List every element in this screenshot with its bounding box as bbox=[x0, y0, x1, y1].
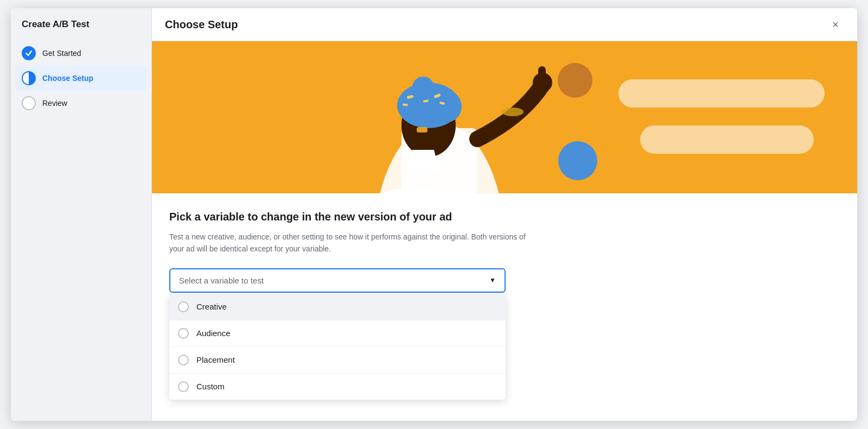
hero-banner bbox=[152, 41, 857, 193]
dropdown-label-creative: Creative bbox=[196, 302, 227, 311]
hero-illustration bbox=[152, 41, 857, 193]
modal-title: Choose Setup bbox=[165, 18, 238, 31]
dropdown-option-custom[interactable]: Custom bbox=[169, 374, 506, 400]
step-icon-pending bbox=[22, 96, 36, 110]
section-desc: Test a new creative, audience, or other … bbox=[169, 231, 538, 255]
sidebar-item-label-choose-setup: Choose Setup bbox=[42, 74, 93, 83]
sidebar: Create A/B Test Get Started Choose Setup… bbox=[11, 8, 152, 421]
svg-point-17 bbox=[558, 141, 597, 180]
sidebar-item-get-started[interactable]: Get Started bbox=[11, 41, 151, 66]
svg-rect-14 bbox=[538, 66, 546, 87]
svg-rect-12 bbox=[417, 127, 427, 133]
svg-point-15 bbox=[502, 108, 524, 116]
step-icon-current bbox=[22, 71, 36, 85]
radio-placement[interactable] bbox=[178, 355, 189, 365]
dropdown-option-audience[interactable]: Audience bbox=[169, 320, 506, 347]
radio-audience[interactable] bbox=[178, 328, 189, 339]
sidebar-item-label-review: Review bbox=[42, 99, 67, 108]
dropdown-container: Select a variable to test ▼ Creative Aud… bbox=[169, 268, 506, 293]
main-content: Choose Setup × bbox=[152, 8, 857, 421]
dropdown-menu: Creative Audience Placement Custom bbox=[169, 294, 506, 400]
radio-creative[interactable] bbox=[178, 301, 189, 312]
checkmark-icon bbox=[25, 49, 33, 57]
dropdown-label-audience: Audience bbox=[196, 329, 231, 338]
dropdown-option-creative[interactable]: Creative bbox=[169, 294, 506, 320]
radio-custom[interactable] bbox=[178, 381, 189, 392]
close-button[interactable]: × bbox=[827, 16, 844, 33]
dropdown-option-placement[interactable]: Placement bbox=[169, 347, 506, 374]
sidebar-item-review[interactable]: Review bbox=[11, 91, 151, 116]
modal: Create A/B Test Get Started Choose Setup… bbox=[11, 8, 857, 421]
svg-point-11 bbox=[412, 77, 434, 98]
content-area: Pick a variable to change in the new ver… bbox=[152, 193, 857, 421]
sidebar-title: Create A/B Test bbox=[11, 19, 151, 41]
step-icon-done bbox=[22, 46, 36, 60]
modal-header: Choose Setup × bbox=[152, 8, 857, 41]
dropdown-placeholder: Select a variable to test bbox=[179, 276, 264, 285]
variable-dropdown[interactable]: Select a variable to test ▼ bbox=[169, 268, 506, 293]
dropdown-label-custom: Custom bbox=[196, 382, 225, 391]
sidebar-item-choose-setup[interactable]: Choose Setup bbox=[15, 66, 147, 91]
svg-point-16 bbox=[558, 63, 592, 98]
sidebar-item-label-get-started: Get Started bbox=[42, 49, 81, 58]
dropdown-label-placement: Placement bbox=[196, 355, 235, 364]
section-title: Pick a variable to change in the new ver… bbox=[169, 211, 840, 223]
chevron-down-icon: ▼ bbox=[489, 276, 496, 284]
